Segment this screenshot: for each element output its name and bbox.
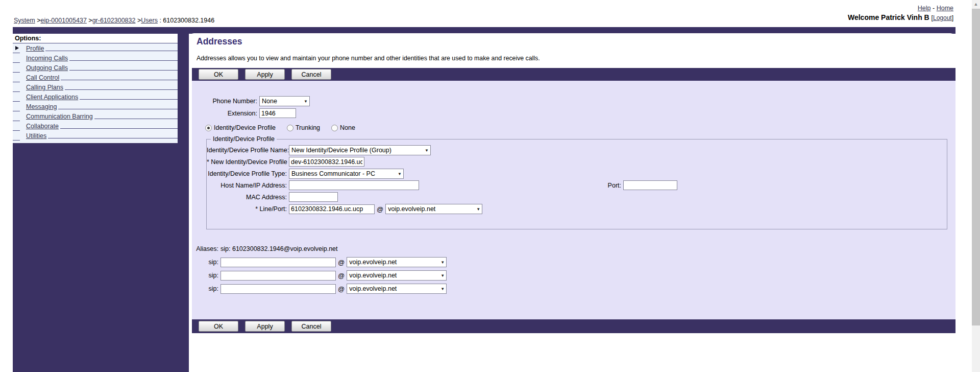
- sip-label: sip:: [192, 272, 220, 279]
- line-port-label: * Line/Port:: [207, 205, 289, 213]
- phone-number-select[interactable]: None▼: [259, 96, 310, 106]
- chevron-down-icon: ▼: [440, 260, 445, 265]
- none-radio[interactable]: [331, 125, 338, 131]
- sidebar-item-label[interactable]: Profile: [26, 45, 44, 52]
- identity-device-profile-fieldset: Identity/Device Profile Identity/Device …: [206, 139, 947, 229]
- chevron-down-icon: ▼: [476, 207, 480, 212]
- host-port-row: Host Name/IP Address: Port:: [207, 180, 677, 190]
- sidebar-item-outgoing-calls[interactable]: Outgoing Calls: [13, 63, 178, 73]
- page-description: Addresses allows you to view and maintai…: [197, 55, 540, 62]
- breadcrumb-group-link[interactable]: gr-6102300832: [92, 17, 136, 24]
- sidebar-item-communication-barring[interactable]: Communication Barring: [13, 111, 178, 121]
- sip-label: sip:: [192, 285, 220, 292]
- help-home-separator: -: [933, 5, 937, 12]
- aliases-label: Aliases:: [192, 245, 220, 252]
- sidebar-item-label[interactable]: Client Applications: [26, 94, 78, 101]
- sidebar-item-label[interactable]: Call Control: [26, 74, 59, 81]
- sidebar-item-profile[interactable]: Profile: [13, 43, 178, 53]
- breadcrumb-users-link[interactable]: Users: [141, 17, 158, 24]
- sidebar-item-label[interactable]: Messaging: [26, 103, 57, 110]
- sidebar: Options: Profile Incoming Calls Outgoing…: [13, 27, 189, 372]
- toolbar-bottom: OK Apply Cancel: [192, 319, 955, 333]
- sidebar-item-label[interactable]: Collaborate: [26, 123, 59, 130]
- sidebar-item-client-applications[interactable]: Client Applications: [13, 92, 178, 102]
- sip-alias-input-2[interactable]: [220, 271, 336, 281]
- sip-alias-input-1[interactable]: [220, 258, 336, 267]
- sip-alias-domain-select-3[interactable]: voip.evolveip.net▼: [347, 284, 447, 294]
- trunking-radio-group[interactable]: Trunking: [287, 124, 320, 131]
- profile-name-row: Identity/Device Profile Name: New Identi…: [207, 145, 431, 155]
- sidebar-item-calling-plans[interactable]: Calling Plans: [13, 82, 178, 92]
- chevron-down-icon: ▼: [440, 287, 445, 291]
- breadcrumb-current-user: 6102300832.1946: [163, 17, 214, 24]
- vertical-scrollbar[interactable]: ▲: [972, 0, 980, 372]
- sidebar-item-call-control[interactable]: Call Control: [13, 73, 178, 82]
- help-link[interactable]: Help: [918, 5, 931, 12]
- chevron-down-icon: ▼: [304, 99, 308, 104]
- breadcrumb: System >eip-0001005437 >gr-6102300832 >U…: [14, 17, 214, 24]
- host-name-input[interactable]: [289, 180, 419, 190]
- profile-type-row: Identity/Device Profile Type: Business C…: [207, 169, 404, 179]
- sidebar-item-label[interactable]: Outgoing Calls: [26, 64, 68, 72]
- logout-link[interactable]: Logout: [933, 14, 952, 21]
- phone-number-label: Phone Number:: [192, 98, 259, 105]
- profile-name-select[interactable]: New Identity/Device Profile (Group)▼: [289, 145, 431, 155]
- sidebar-item-label[interactable]: Communication Barring: [26, 113, 93, 120]
- breadcrumb-enterprise-link[interactable]: eip-0001005437: [40, 17, 86, 24]
- cancel-button[interactable]: Cancel: [291, 69, 331, 80]
- sip-alias-row: sip: @ voip.evolveip.net▼: [192, 284, 447, 294]
- options-menu-title: Options:: [13, 34, 178, 43]
- sidebar-item-incoming-calls[interactable]: Incoming Calls: [13, 53, 178, 63]
- page-title: Addresses: [197, 36, 242, 47]
- profile-type-label: Identity/Device Profile Type:: [207, 170, 289, 177]
- home-link[interactable]: Home: [937, 5, 953, 12]
- aliases-current-value: sip: 6102300832.1946@voip.evolveip.net: [220, 245, 338, 252]
- line-port-input[interactable]: [289, 204, 375, 214]
- ok-button[interactable]: OK: [199, 69, 238, 80]
- sip-alias-domain-select-1[interactable]: voip.evolveip.net▼: [347, 257, 447, 267]
- chevron-down-icon: ▼: [425, 148, 429, 153]
- line-port-row: * Line/Port: @ voip.evolveip.net▼: [207, 204, 482, 214]
- scrollbar-thumb[interactable]: [972, 9, 980, 326]
- sip-alias-row: sip: @ voip.evolveip.net▼: [192, 257, 447, 267]
- toolbar-top: OK Apply Cancel: [192, 68, 955, 81]
- sip-alias-domain-select-2[interactable]: voip.evolveip.net▼: [347, 270, 447, 281]
- port-input[interactable]: [623, 180, 677, 190]
- breadcrumb-separator: >: [88, 17, 92, 24]
- breadcrumb-system-link[interactable]: System: [14, 17, 35, 24]
- at-sign: @: [338, 272, 345, 280]
- sip-label: sip:: [192, 259, 220, 266]
- sidebar-item-label[interactable]: Calling Plans: [26, 84, 63, 91]
- none-radio-label: None: [340, 124, 355, 131]
- sip-alias-input-3[interactable]: [220, 284, 336, 294]
- phone-number-row: Phone Number: None▼: [192, 96, 310, 106]
- sidebar-item-utilities[interactable]: Utilities: [13, 131, 178, 141]
- mac-address-row: MAC Address:: [207, 192, 338, 202]
- chevron-down-icon: ▼: [398, 172, 402, 176]
- profile-name-label: Identity/Device Profile Name:: [207, 147, 289, 154]
- port-label: Port:: [419, 182, 623, 189]
- sidebar-item-collaborate[interactable]: Collaborate: [13, 121, 178, 131]
- profile-type-select[interactable]: Business Communicator - PC▼: [289, 169, 404, 179]
- cancel-button[interactable]: Cancel: [291, 321, 331, 332]
- line-port-domain-select[interactable]: voip.evolveip.net▼: [385, 204, 482, 214]
- apply-button[interactable]: Apply: [245, 321, 285, 332]
- identity-device-profile-radio-group[interactable]: Identity/Device Profile: [205, 124, 276, 131]
- extension-input[interactable]: [259, 108, 296, 118]
- none-radio-group[interactable]: None: [331, 124, 355, 131]
- sidebar-item-label[interactable]: Utilities: [26, 132, 46, 140]
- apply-button[interactable]: Apply: [245, 69, 285, 80]
- ok-button[interactable]: OK: [199, 321, 238, 332]
- identity-device-profile-radio[interactable]: [205, 125, 212, 131]
- scrollbar-up-arrow-icon[interactable]: ▲: [972, 0, 980, 8]
- new-profile-name-row: * New Identity/Device Profile Name:: [207, 157, 364, 167]
- trunking-radio[interactable]: [287, 125, 293, 131]
- sidebar-item-label[interactable]: Incoming Calls: [26, 55, 68, 62]
- mac-address-input[interactable]: [289, 192, 338, 202]
- fieldset-legend: Identity/Device Profile: [211, 135, 277, 143]
- mac-address-label: MAC Address:: [207, 194, 289, 201]
- sidebar-item-messaging[interactable]: Messaging: [13, 102, 178, 111]
- extension-label: Extension:: [192, 110, 259, 117]
- welcome-text: Welcome Patrick Vinh B: [848, 13, 929, 21]
- new-profile-name-input[interactable]: [289, 157, 364, 167]
